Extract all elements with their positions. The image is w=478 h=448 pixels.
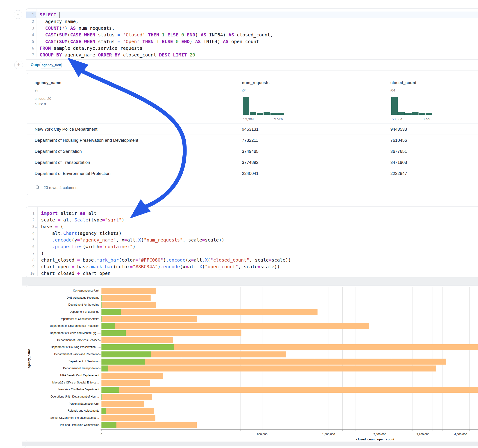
table-cell: Department of Sanitation [35,146,82,157]
fold-chevron-icon[interactable]: ⌄ [35,12,37,19]
code-text: CAST(SUM(CASE WHEN status = 'Open' THEN … [40,38,259,45]
histogram-max-label: 9.4e6 [423,117,431,121]
table-row: New York City Police Department945313194… [27,124,478,135]
table-cell: Department of Housing Preservation and D… [35,135,138,146]
result-table[interactable]: agency_namestrunique: 20nulls: 0num_requ… [27,73,478,195]
histogram-min-label: 53,304 [243,117,254,121]
code-text: agency_name, [40,18,79,25]
line-number: 4 [24,230,35,237]
line-number: 5 [24,237,35,243]
histogram-bar [250,112,256,115]
table-cell: 7618456 [390,135,407,146]
line-number: 2 [24,18,34,25]
table-cell: 3774892 [242,157,258,168]
code-text: scale = alt.Scale(type="sqrt") [41,217,124,223]
page-gap-bottom [22,442,478,446]
output-variable-pill[interactable]: agency_tickets [40,62,62,68]
table-cell: 9453131 [242,124,258,135]
histogram-bar [391,97,398,115]
line-number: 7 [24,52,34,58]
line-number: 1 [24,210,35,217]
code-text: GROUP BY agency_name ORDER BY closed_cou… [40,52,195,58]
code-line[interactable]: 1import altair as alt [26,210,478,217]
histogram-bar [257,113,263,115]
line-number: 7 [24,250,35,257]
line-number: 8 [24,257,35,263]
code-line[interactable]: 8chart_closed = base.mark_bar(color="#FF… [26,257,478,263]
code-text: SELECT [40,12,59,18]
fold-chevron-icon[interactable]: ⌄ [35,224,37,230]
code-line[interactable]: 6FROM sample_data.nyc.service_requests [26,45,478,52]
sql-editor[interactable]: 1⌄SELECT 2 agency_name,3 COUNT(*) AS num… [26,8,478,59]
code-text: chart_closed + chart_open [41,270,110,277]
code-line[interactable]: 2scale = alt.Scale(type="sqrt") [26,217,478,223]
line-number: 3 [24,223,35,230]
line-number: 1 [24,12,34,18]
code-line[interactable]: 3 COUNT(*) AS num_requests, [26,25,478,31]
line-number: 3 [24,25,34,31]
line-number: 5 [24,38,34,45]
column-header[interactable]: closed_count [390,81,416,85]
column-header[interactable]: num_requests [242,81,270,85]
code-line[interactable]: 3⌄base = ( [26,223,478,230]
histogram-bar [426,113,432,115]
table-row-count: 20 rows, 4 columns [44,186,77,190]
table-footer-row [27,179,478,195]
table-row: Department of Transportation377489234719… [27,157,478,168]
code-text: FROM sample_data.nyc.service_requests [40,45,143,52]
table-cell: 3749485 [242,146,258,157]
code-line[interactable]: 4 CAST(SUM(CASE WHEN status = 'Closed' T… [26,31,478,38]
add-cell-button-output[interactable]: + [14,61,23,69]
divider [26,59,478,60]
code-line[interactable]: 4 alt.Chart(agency_tickets) [26,230,478,237]
column-type: i64 [390,88,395,92]
line-number: 4 [24,31,34,38]
table-cell: 2222847 [390,168,407,179]
code-line[interactable]: 5 .encode(y="agency_name", x=alt.X("num_… [26,237,478,243]
code-text: alt.Chart(agency_tickets) [41,230,121,237]
line-number: 9 [24,263,35,270]
table-cell: 7782211 [242,135,258,146]
code-text: import altair as alt [41,210,97,217]
notebook-page: + + 1⌄SELECT 2 agency_name,3 COUNT(*) AS… [0,0,478,448]
table-row: Department of Environmental Protection22… [27,168,478,179]
table-cell: 3471908 [390,157,407,168]
line-number: 10 [24,270,35,277]
histogram-bar [412,112,419,115]
code-text: CAST(SUM(CASE WHEN status = 'Closed' THE… [40,31,273,38]
python-editor[interactable]: 1import altair as alt2scale = alt.Scale(… [26,206,478,277]
column-stats: nulls: 0 [35,102,46,106]
table-row: Department of Sanitation37494853677651 [27,146,478,157]
code-line[interactable]: 10chart_closed + chart_open [26,270,478,277]
search-icon[interactable] [35,185,40,190]
code-line[interactable]: 1⌄SELECT [26,12,478,18]
table-cell: 2240041 [242,168,258,179]
cell-divider-top [22,2,478,2]
line-number: 6 [24,243,35,250]
histogram-bar [419,113,425,115]
histogram-bar [243,97,249,115]
code-text: .properties(width="container") [41,243,135,250]
column-stats: unique: 20 [35,97,51,101]
code-text: COUNT(*) AS num_requests, [40,25,115,31]
histogram-bar [398,112,405,115]
histogram-bar [270,113,277,115]
column-type: str [35,88,38,92]
histogram-bar [277,113,284,115]
add-cell-button-top[interactable]: + [14,10,22,19]
table-row: Department of Housing Preservation and D… [27,135,478,146]
table-cell: Department of Transportation [35,157,90,168]
code-line[interactable]: 9chart_open = base.mark_bar(color="#8BC3… [26,263,478,270]
code-text: .encode(y="agency_name", x=alt.X("num_re… [41,237,224,243]
code-line[interactable]: 6 .properties(width="container") [26,243,478,250]
code-line[interactable]: 5 CAST(SUM(CASE WHEN status = 'Open' THE… [26,38,478,45]
table-cell: 3677651 [390,146,407,157]
code-text: chart_open = base.mark_bar(color="#8BC34… [41,263,280,270]
code-line[interactable]: 7GROUP BY agency_name ORDER BY closed_co… [26,52,478,58]
code-line[interactable]: 7) [26,250,478,257]
divider [26,70,478,71]
code-line[interactable]: 2 agency_name, [26,18,478,25]
column-header[interactable]: agency_name [35,81,61,85]
chart-cell [26,286,478,442]
code-text: base = ( [41,223,63,230]
